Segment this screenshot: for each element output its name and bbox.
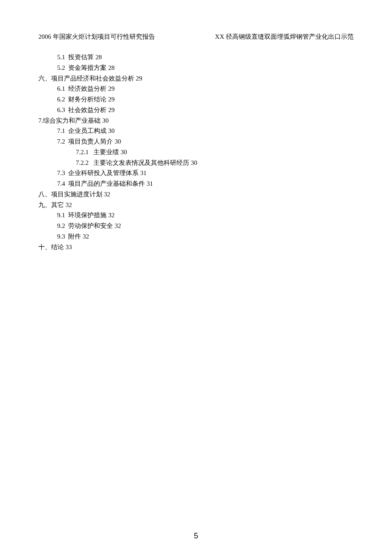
toc-entry: 7.1 企业员工构成 30: [38, 126, 354, 136]
toc-entry: 八、项目实施进度计划 32: [38, 189, 354, 200]
header-right: XX 径高钢级直缝双面埋弧焊钢管产业化出口示范: [215, 32, 354, 42]
toc-entry: 7.综合实力和产业基础 30: [38, 115, 354, 126]
toc-entry: 6.3 社会效益分析 29: [38, 105, 354, 115]
toc-entry: 6.2 财务分析结论 29: [38, 94, 354, 105]
toc-entry: 九、其它 32: [38, 200, 354, 210]
toc-entry: 9.2 劳动保护和安全 32: [38, 221, 354, 231]
table-of-contents: 5.1 投资估算 285.2 资金筹措方案 28六、项目产品经济和社会效益分析 …: [38, 52, 354, 252]
toc-entry: 十、结论 33: [38, 242, 354, 253]
toc-entry: 9.1 环境保护措施 32: [38, 210, 354, 221]
page-header: 2006 年国家火炬计划项目可行性研究报告 XX 径高钢级直缝双面埋弧焊钢管产业…: [38, 32, 354, 42]
page-number: 5: [0, 532, 392, 541]
toc-entry: 5.1 投资估算 28: [38, 52, 354, 63]
toc-entry: 5.2 资金筹措方案 28: [38, 63, 354, 73]
toc-entry: 7.2.2 主要论文发表情况及其他科研经历 30: [38, 158, 354, 168]
toc-entry: 7.3 企业科研投入及管理体系 31: [38, 168, 354, 178]
toc-entry: 7.2.1 主要业绩 30: [38, 147, 354, 158]
toc-entry: 7.2 项目负责人简介 30: [38, 136, 354, 147]
toc-entry: 六、项目产品经济和社会效益分析 29: [38, 73, 354, 84]
toc-entry: 9.3 附件 32: [38, 231, 354, 242]
toc-entry: 7.4 项目产品的产业基础和条件 31: [38, 178, 354, 189]
header-left: 2006 年国家火炬计划项目可行性研究报告: [38, 32, 155, 42]
document-page: 2006 年国家火炬计划项目可行性研究报告 XX 径高钢级直缝双面埋弧焊钢管产业…: [0, 0, 392, 555]
toc-entry: 6.1 经济效益分析 29: [38, 83, 354, 94]
